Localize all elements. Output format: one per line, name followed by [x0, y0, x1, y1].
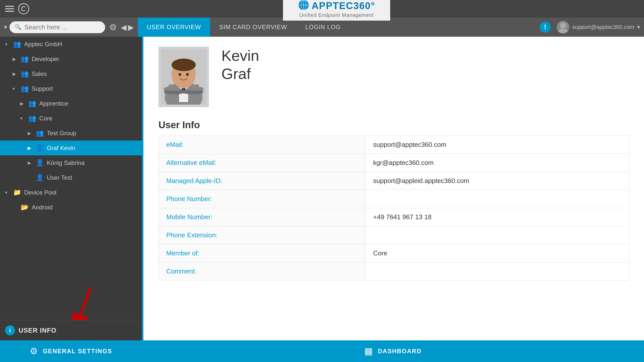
settings-icon: ⚙	[30, 346, 38, 356]
field-label-email: eMail:	[159, 136, 366, 154]
sidebar-item-label: König Sabrina	[47, 159, 85, 166]
sidebar-item-test-group[interactable]: ▶ 👥 Test Group	[0, 126, 142, 141]
field-label-member-of: Member of:	[159, 244, 366, 262]
alert-icon[interactable]: !	[540, 22, 551, 33]
svg-point-13	[178, 73, 181, 76]
group-icon: 👥	[36, 129, 44, 137]
field-label-comment: Comment:	[159, 262, 366, 281]
sidebar-item-apptec-gmbh[interactable]: ▾ 👥 Apptec GmbH	[0, 37, 142, 52]
sidebar-item-android[interactable]: 📂 Android	[0, 200, 142, 215]
user-icon: 👤	[36, 174, 44, 182]
folder-icon: 📁	[13, 189, 21, 196]
chevron-right-icon: ▶	[28, 160, 33, 166]
svg-point-5	[558, 29, 568, 33]
profile-name-area: Kevin Graf	[221, 47, 259, 83]
table-row: eMail: support@apptec360.com	[159, 136, 629, 154]
profile-section: Kevin Graf	[158, 47, 629, 107]
sidebar-item-core[interactable]: ▾ 👥 Core	[0, 111, 142, 126]
sidebar-item-user-test[interactable]: 👤 User Test	[0, 170, 142, 185]
sidebar-info-text: USER INFO	[19, 327, 57, 334]
profile-name: Kevin Graf	[221, 47, 259, 83]
sidebar-item-support[interactable]: ▾ 👥 Support	[0, 81, 142, 96]
general-settings-label: GENERAL SETTINGS	[43, 348, 112, 355]
group-icon: 👥	[21, 70, 29, 78]
svg-point-12	[172, 59, 196, 71]
nav-back-arrow[interactable]: ◀	[121, 23, 127, 32]
field-label-phone: Phone Number:	[159, 190, 366, 208]
chevron-down-icon: ▾	[20, 116, 25, 121]
table-row: Mobile Number: +49 7641 967 13 18	[159, 208, 629, 226]
nav-right: ! support@apptec360.com ▾	[540, 21, 640, 33]
sidebar-info-label: i USER INFO	[5, 325, 137, 335]
profile-last-name: Graf	[221, 65, 251, 82]
search-icon: 🔍	[15, 24, 21, 30]
chevron-down-icon: ▾	[13, 86, 18, 92]
top-bar: APPTEC360° Unified Endpoint Management	[0, 0, 644, 18]
chevron-down-icon: ▾	[5, 190, 10, 195]
sidebar-item-label: Apprentice	[39, 100, 68, 107]
gear-icon[interactable]: ⚙	[109, 22, 117, 32]
sidebar-item-label: User Test	[47, 174, 72, 181]
sidebar-item-konig-sabrina[interactable]: ▶ 👤 König Sabrina	[0, 155, 142, 170]
field-value-phone	[366, 190, 629, 208]
info-icon: i	[5, 325, 15, 335]
field-value-mobile: +49 7641 967 13 18	[366, 208, 629, 226]
folder-icon: 📂	[21, 203, 29, 211]
sidebar-item-label: Device Pool	[24, 189, 56, 196]
hamburger-icon[interactable]	[5, 6, 14, 12]
search-box: 🔍	[10, 21, 105, 33]
sidebar-item-label: Graf Kevin	[47, 145, 75, 152]
sidebar-item-label: Core	[39, 115, 52, 122]
field-label-mobile: Mobile Number:	[159, 208, 366, 226]
tab-sim-card-overview[interactable]: SIM CARD OVERVIEW	[210, 18, 296, 37]
nav-forward-arrow[interactable]: ▶	[128, 23, 134, 32]
field-value-extension	[366, 226, 629, 244]
sidebar-tree: ▾ 👥 Apptec GmbH ▶ 👥 Developer ▶ 👥 Sales …	[0, 37, 142, 320]
search-input[interactable]	[24, 23, 95, 31]
user-info-title: User Info	[158, 120, 629, 130]
tab-user-overview[interactable]: USER OVERVIEW	[138, 18, 210, 37]
group-icon: 👥	[21, 55, 29, 63]
table-row: Member of: Core	[159, 244, 629, 262]
nav-dropdown-arrow[interactable]: ▾	[4, 24, 7, 31]
dashboard-button[interactable]: ▦ DASHBOARD	[142, 340, 644, 362]
dashboard-label: DASHBOARD	[378, 348, 422, 355]
field-value-apple-id: support@appleid.apptec360.com	[366, 172, 629, 190]
table-row: Comment:	[159, 262, 629, 281]
sidebar-item-sales[interactable]: ▶ 👥 Sales	[0, 66, 142, 81]
profile-photo	[158, 47, 209, 107]
svg-point-14	[186, 73, 189, 76]
field-value-comment	[366, 262, 629, 281]
sidebar-item-graf-kevin[interactable]: ▶ 👤 Graf Kevin	[0, 141, 142, 155]
table-row: Phone Number:	[159, 190, 629, 208]
general-settings-button[interactable]: ⚙ GENERAL SETTINGS	[0, 340, 142, 362]
sidebar-item-developer[interactable]: ▶ 👥 Developer	[0, 52, 142, 66]
sidebar-item-label: Test Group	[47, 130, 76, 137]
profile-first-name: Kevin	[221, 47, 259, 64]
user-dropdown-arrow[interactable]: ▾	[637, 24, 640, 30]
placeholder	[13, 205, 18, 210]
user-icon: 👤	[36, 159, 44, 167]
svg-point-4	[560, 22, 566, 28]
user-icon: 👤	[36, 144, 44, 152]
field-label-alt-email: Alternative eMail:	[159, 154, 366, 172]
content-area: Kevin Graf User Info eMail: support@appt…	[143, 37, 644, 340]
sidebar-item-label: Developer	[32, 56, 59, 63]
dashboard-circle-icon[interactable]	[18, 3, 29, 14]
nav-tabs: USER OVERVIEW SIM CARD OVERVIEW LOGIN LO…	[138, 18, 350, 37]
sidebar-item-label: Apptec GmbH	[24, 41, 62, 48]
user-avatar	[557, 21, 569, 33]
tab-login-log[interactable]: LOGIN LOG	[296, 18, 350, 37]
group-icon: 👥	[28, 100, 36, 107]
field-label-extension: Phone Extension:	[159, 226, 366, 244]
sidebar-item-apprentice[interactable]: ▶ 👥 Apprentice	[0, 96, 142, 111]
sidebar-info-section: i USER INFO	[0, 320, 142, 340]
chevron-right-icon: ▶	[28, 145, 33, 151]
sidebar-item-label: Support	[32, 85, 53, 92]
user-info-table: eMail: support@apptec360.com Alternative…	[158, 135, 629, 281]
dashboard-icon: ▦	[364, 346, 373, 356]
user-info-top[interactable]: support@apptec360.com ▾	[557, 21, 640, 33]
sidebar-item-label: Sales	[32, 70, 47, 77]
table-row: Alternative eMail: kgr@apptec360.com	[159, 154, 629, 172]
sidebar-item-device-pool[interactable]: ▾ 📁 Device Pool	[0, 185, 142, 200]
